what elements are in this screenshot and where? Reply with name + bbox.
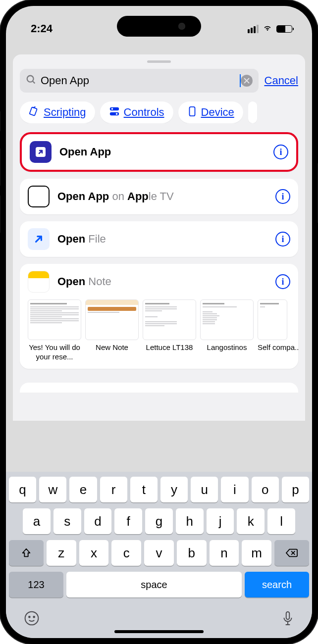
chip-label: Device [201, 106, 234, 119]
key-y[interactable]: y [160, 477, 188, 502]
key-l[interactable]: l [267, 508, 295, 534]
key-h[interactable]: h [176, 508, 204, 534]
note-item[interactable]: New Note [85, 299, 139, 362]
note-label: Langostinos [200, 343, 254, 352]
key-backspace[interactable] [274, 540, 309, 566]
key-z[interactable]: z [47, 540, 76, 566]
sheet-grabber[interactable] [147, 60, 171, 63]
note-item[interactable]: Langostinos [200, 299, 254, 362]
info-button[interactable]: i [275, 189, 290, 204]
note-label: New Note [85, 343, 139, 352]
key-j[interactable]: j [207, 508, 234, 534]
svg-rect-7 [109, 112, 118, 115]
home-indicator[interactable] [114, 630, 204, 633]
device-icon [187, 106, 197, 119]
result-title: Open File [57, 233, 267, 246]
key-f[interactable]: f [114, 508, 142, 534]
info-button[interactable]: i [275, 274, 290, 289]
chip-label: Controls [124, 106, 164, 119]
notes-grid[interactable]: Yes! You will do your rese... New Note L… [28, 299, 298, 362]
note-item[interactable]: Self compa... [258, 299, 287, 362]
cellular-signal-icon [248, 25, 259, 33]
key-n[interactable]: n [210, 540, 239, 566]
key-search[interactable]: search [245, 572, 309, 597]
key-x[interactable]: x [79, 540, 109, 566]
category-chips[interactable]: Scripting Controls Device [20, 101, 298, 123]
key-k[interactable]: k [237, 508, 265, 534]
svg-point-14 [25, 612, 39, 625]
result-open-file[interactable]: Open File i [20, 221, 298, 257]
svg-point-0 [27, 76, 34, 82]
info-button[interactable]: i [275, 232, 290, 247]
search-sheet: Open App Cancel Scripting [13, 54, 305, 421]
key-s[interactable]: s [53, 508, 81, 534]
svg-point-8 [111, 108, 113, 110]
wifi-icon [262, 22, 273, 35]
key-d[interactable]: d [84, 508, 112, 534]
key-a[interactable]: a [23, 508, 51, 534]
result-title: Open App [59, 146, 265, 158]
key-123[interactable]: 123 [9, 572, 63, 597]
result-open-app-appletv[interactable]: Open App on Apple TV i [20, 179, 298, 214]
keyboard-row-4: 123 space search [9, 572, 309, 597]
svg-point-16 [33, 616, 35, 618]
scripting-icon [29, 106, 40, 119]
key-r[interactable]: r [100, 477, 127, 502]
keyboard-row-3: z x c v b n m [9, 540, 309, 566]
clear-search-button[interactable] [241, 75, 253, 87]
search-input[interactable]: Open App [41, 74, 241, 87]
chip-label: Scripting [44, 106, 86, 119]
note-label: Yes! You will do your rese... [28, 343, 81, 362]
note-item[interactable]: Lettuce LT138 [143, 299, 196, 362]
key-b[interactable]: b [177, 540, 207, 566]
note-item[interactable]: Yes! You will do your rese... [28, 299, 81, 362]
open-file-icon [28, 228, 50, 250]
search-field[interactable]: Open App [20, 69, 259, 93]
status-time: 2:24 [31, 22, 53, 35]
svg-line-1 [33, 81, 35, 84]
keyboard: q w e r t y u i o p a s d f g h j k l [6, 472, 312, 638]
key-e[interactable]: e [69, 477, 97, 502]
result-title: Open App on Apple TV [57, 190, 267, 203]
keyboard-row-2: a s d f g h j k l [9, 508, 309, 534]
note-label: Lettuce LT138 [143, 343, 196, 352]
key-i[interactable]: i [221, 477, 248, 502]
appletv-icon [28, 186, 50, 207]
search-icon [26, 74, 37, 87]
key-w[interactable]: w [39, 477, 66, 502]
open-app-icon [30, 141, 52, 163]
key-t[interactable]: t [130, 477, 158, 502]
controls-icon [109, 106, 120, 119]
note-label: Self compa... [258, 343, 287, 352]
chip-device[interactable]: Device [178, 101, 243, 123]
key-v[interactable]: v [144, 540, 174, 566]
svg-point-9 [115, 113, 117, 115]
info-button[interactable]: i [273, 145, 288, 159]
result-open-note[interactable]: Open Note i Yes! You will do your rese..… [20, 264, 298, 369]
result-title: Open Note [57, 275, 267, 288]
dictation-button[interactable] [281, 610, 294, 628]
keyboard-row-1: q w e r t y u i o p [9, 477, 309, 502]
chip-next[interactable] [248, 101, 257, 123]
chip-controls[interactable]: Controls [100, 101, 173, 123]
emoji-button[interactable] [24, 610, 40, 628]
key-c[interactable]: c [111, 540, 141, 566]
key-u[interactable]: u [191, 477, 218, 502]
battery-icon [276, 25, 292, 33]
key-q[interactable]: q [9, 477, 36, 502]
key-shift[interactable] [9, 540, 44, 566]
svg-rect-6 [109, 107, 118, 110]
result-partial[interactable] [20, 383, 298, 393]
svg-point-15 [29, 616, 30, 618]
key-g[interactable]: g [145, 508, 173, 534]
chip-scripting[interactable]: Scripting [20, 101, 95, 123]
key-space[interactable]: space [66, 572, 242, 597]
svg-rect-17 [286, 612, 290, 619]
svg-rect-10 [189, 107, 195, 116]
key-o[interactable]: o [252, 477, 279, 502]
key-p[interactable]: p [282, 477, 309, 502]
result-open-app[interactable]: Open App i [20, 132, 298, 172]
notes-icon [28, 271, 50, 293]
cancel-button[interactable]: Cancel [265, 74, 298, 87]
key-m[interactable]: m [242, 540, 271, 566]
